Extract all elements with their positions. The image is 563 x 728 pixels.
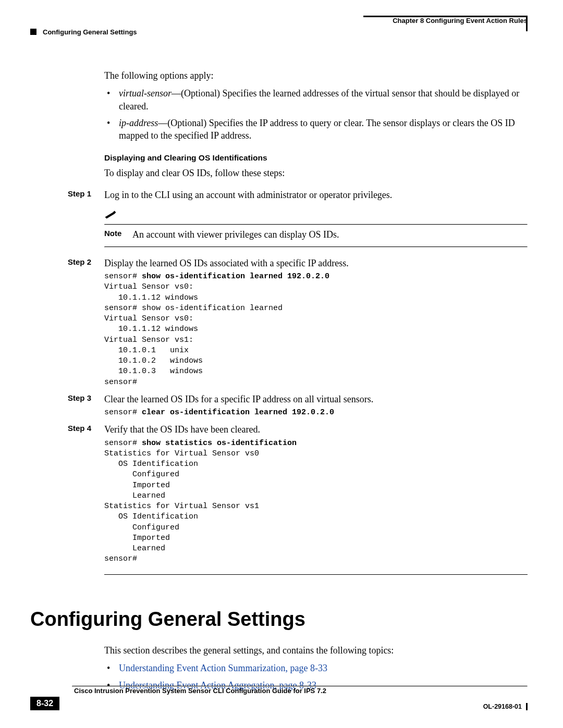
footer-doc-title: Cisco Intrusion Prevention System Sensor… bbox=[72, 687, 528, 695]
list-item: virtual-sensor—(Optional) Specifies the … bbox=[104, 87, 528, 113]
header-rule-top bbox=[363, 16, 528, 17]
option-term: ip-address bbox=[119, 118, 158, 128]
code-command: show os-identification learned 192.0.2.0 bbox=[142, 272, 329, 281]
page-number-badge: 8-32 bbox=[30, 697, 59, 710]
code-prompt: sensor# bbox=[104, 439, 142, 448]
square-icon bbox=[30, 29, 36, 35]
option-term: virtual-sensor bbox=[119, 88, 172, 98]
intro-text: The following options apply: bbox=[104, 69, 528, 82]
step-2: Step 2 Display the learned OS IDs associ… bbox=[104, 257, 528, 269]
step-3: Step 3 Clear the learned OS IDs for a sp… bbox=[104, 393, 528, 405]
heading-1: Configuring General Settings bbox=[30, 606, 528, 633]
code-output: Virtual Sensor vs0: 10.1.1.12 windows se… bbox=[104, 282, 283, 386]
code-command: show statistics os-identification bbox=[142, 439, 297, 448]
code-prompt: sensor# bbox=[104, 408, 142, 417]
section-title: Configuring General Settings bbox=[43, 28, 137, 36]
code-command: clear os-identification learned 192.0.2.… bbox=[142, 408, 334, 417]
body-content: The following options apply: virtual-sen… bbox=[104, 69, 528, 692]
footer-tick-icon bbox=[526, 703, 528, 710]
footer-right: OL-29168-01 bbox=[483, 703, 528, 710]
step-label: Step 4 bbox=[68, 423, 91, 434]
subhead-followup: To display and clear OS IDs, follow thes… bbox=[104, 167, 528, 179]
step-text: Clear the learned OS IDs for a specific … bbox=[104, 394, 373, 404]
page: Chapter 8 Configuring Event Action Rules… bbox=[0, 0, 563, 728]
list-item: Understanding Event Action Summarization… bbox=[104, 662, 528, 674]
code-block: sensor# show os-identification learned 1… bbox=[104, 272, 528, 388]
footer-left: 8-32 bbox=[30, 697, 59, 710]
note-label: Note bbox=[104, 228, 125, 239]
option-desc: —(Optional) Specifies the learned addres… bbox=[119, 88, 519, 111]
header-rule-right bbox=[526, 16, 528, 31]
code-block: sensor# clear os-identification learned … bbox=[104, 408, 528, 418]
code-prompt: sensor# bbox=[104, 272, 142, 281]
doc-id: OL-29168-01 bbox=[483, 703, 522, 710]
code-block: sensor# show statistics os-identificatio… bbox=[104, 438, 528, 565]
step-text: Verify that the OS IDs have been cleared… bbox=[104, 424, 260, 435]
note-bottom-rule bbox=[104, 246, 528, 248]
note-text: An account with viewer privileges can di… bbox=[132, 228, 339, 241]
step-label: Step 2 bbox=[68, 257, 91, 267]
chapter-title: Chapter 8 Configuring Event Action Rules bbox=[30, 17, 528, 25]
code-output: Statistics for Virtual Sensor vs0 OS Ide… bbox=[104, 449, 259, 564]
step-4: Step 4 Verify that the OS IDs have been … bbox=[104, 423, 528, 436]
section-intro: This section describes the general setti… bbox=[104, 644, 528, 657]
step-text: Log in to the CLI using an account with … bbox=[104, 190, 392, 200]
step-text: Display the learned OS IDs associated wi… bbox=[104, 258, 349, 268]
option-desc: —(Optional) Specifies the IP address to … bbox=[119, 118, 515, 141]
pencil-icon bbox=[104, 209, 120, 222]
section-end-rule bbox=[104, 574, 528, 575]
list-item: ip-address—(Optional) Specifies the IP a… bbox=[104, 117, 528, 142]
step-label: Step 3 bbox=[68, 393, 91, 403]
step-label: Step 1 bbox=[68, 189, 91, 199]
note-block: Note An account with viewer privileges c… bbox=[104, 209, 528, 248]
xref-link[interactable]: Understanding Event Action Summarization… bbox=[119, 663, 327, 673]
note-top-rule bbox=[104, 224, 528, 225]
step-1: Step 1 Log in to the CLI using an accoun… bbox=[104, 189, 528, 201]
subheading: Displaying and Clearing OS Identificatio… bbox=[104, 153, 528, 164]
page-footer: Cisco Intrusion Prevention System Sensor… bbox=[30, 683, 528, 710]
running-head: Chapter 8 Configuring Event Action Rules… bbox=[30, 17, 528, 36]
